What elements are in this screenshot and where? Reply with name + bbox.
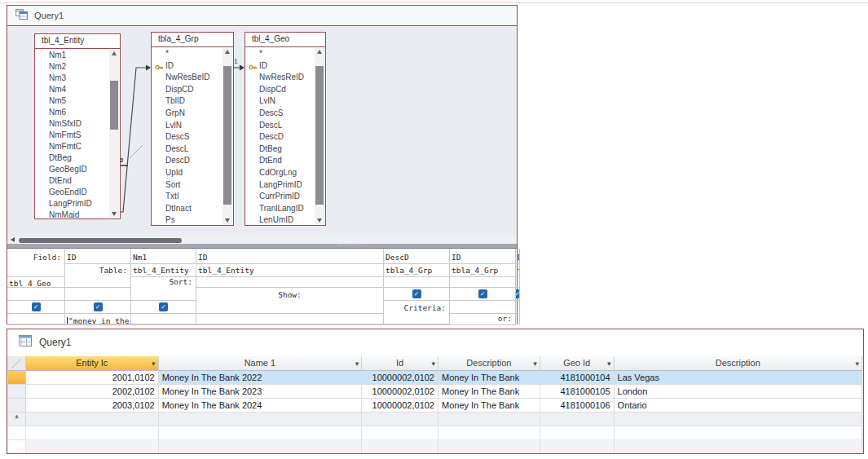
cell[interactable]: Ontario bbox=[615, 399, 862, 413]
field-item[interactable]: Nm2 bbox=[35, 61, 109, 73]
qbe-cell[interactable] bbox=[65, 288, 131, 301]
qbe-cell[interactable] bbox=[131, 324, 196, 325]
qbe-cell-empty[interactable] bbox=[65, 277, 131, 288]
cell[interactable]: Money In The Bank 2024 bbox=[159, 399, 363, 413]
column-header-geo-id[interactable]: Geo Id bbox=[540, 356, 615, 371]
table-title[interactable]: tbl_4_Entity bbox=[35, 34, 120, 49]
record-selector[interactable] bbox=[8, 399, 26, 413]
cell[interactable] bbox=[26, 413, 159, 426]
field-item[interactable]: NmMaid bbox=[35, 210, 109, 218]
field-item[interactable]: DescD bbox=[245, 131, 315, 143]
field-item[interactable]: NwResReID bbox=[245, 72, 315, 84]
qbe-cell-empty[interactable] bbox=[384, 314, 450, 324]
cell[interactable]: 10000002,0102 bbox=[362, 385, 438, 399]
filter-dropdown-icon[interactable] bbox=[533, 356, 537, 371]
cell[interactable]: Money In The Bank bbox=[438, 385, 540, 399]
field-item[interactable]: Nm6 bbox=[35, 107, 109, 118]
scroll-down-icon[interactable] bbox=[109, 210, 119, 218]
cell[interactable]: London bbox=[615, 385, 862, 399]
field-item[interactable]: LenUmID bbox=[245, 214, 315, 225]
field-item[interactable]: DescL bbox=[245, 120, 315, 132]
field-item[interactable]: DispCD bbox=[152, 84, 223, 96]
horizontal-scroll-thumb[interactable] bbox=[19, 238, 182, 243]
show-checkbox[interactable] bbox=[32, 302, 41, 311]
select-all-corner[interactable] bbox=[8, 356, 26, 371]
field-item[interactable]: TxtI bbox=[152, 191, 223, 203]
show-checkbox[interactable] bbox=[94, 302, 103, 311]
field-item[interactable]: GeoEndID bbox=[35, 187, 109, 198]
field-item[interactable]: LvlN bbox=[245, 95, 315, 108]
qbe-cell[interactable] bbox=[131, 314, 196, 324]
field-item[interactable]: DtEnd bbox=[35, 175, 109, 187]
scroll-thumb[interactable] bbox=[315, 66, 324, 205]
field-item[interactable]: ID bbox=[152, 60, 223, 73]
field-item[interactable]: NmSfxID bbox=[35, 118, 109, 130]
cell[interactable]: Money In The Bank bbox=[438, 399, 540, 413]
field-item[interactable]: NmFmtC bbox=[35, 141, 109, 152]
field-item[interactable]: DispCd bbox=[245, 84, 315, 96]
field-item[interactable]: Nm5 bbox=[35, 95, 109, 107]
design-window-titlebar[interactable]: Query1 bbox=[7, 6, 517, 26]
qbe-cell[interactable]: tbla_4_Grp bbox=[450, 264, 516, 277]
scroll-thumb[interactable] bbox=[223, 66, 231, 205]
field-item[interactable]: Nm1 bbox=[35, 50, 109, 61]
cell[interactable]: 2001,0102 bbox=[26, 371, 159, 385]
qbe-cell[interactable] bbox=[131, 301, 196, 314]
field-item[interactable]: TranlLangID bbox=[245, 203, 315, 215]
qbe-cell[interactable]: DescD bbox=[516, 249, 520, 264]
filter-dropdown-icon[interactable] bbox=[431, 356, 435, 371]
qbe-cell[interactable] bbox=[196, 277, 384, 288]
field-item[interactable]: DescS bbox=[152, 131, 223, 143]
column-header-name-1[interactable]: Name 1 bbox=[159, 356, 363, 371]
field-item[interactable]: GrpN bbox=[152, 108, 223, 120]
field-item[interactable]: Nm3 bbox=[35, 73, 109, 84]
qbe-cell[interactable] bbox=[7, 314, 65, 324]
record-selector[interactable] bbox=[8, 385, 26, 399]
qbe-cell[interactable]: tbl_4_Geo bbox=[516, 264, 520, 277]
qbe-cell[interactable]: ID bbox=[65, 249, 131, 264]
qbe-cell[interactable] bbox=[7, 301, 65, 314]
qbe-cell[interactable]: tbl_4_Geo bbox=[7, 277, 65, 288]
table-title[interactable]: tbl_4_Geo bbox=[245, 33, 325, 47]
column-header-description[interactable]: Description bbox=[438, 356, 540, 371]
filter-dropdown-icon[interactable] bbox=[855, 356, 859, 371]
field-item[interactable]: Sort bbox=[152, 179, 223, 192]
cell[interactable] bbox=[362, 413, 438, 426]
field-item[interactable]: * bbox=[152, 48, 223, 60]
new-record-selector[interactable]: * bbox=[8, 413, 26, 426]
cell[interactable]: Money In The Bank 2022 bbox=[159, 371, 363, 385]
field-item[interactable]: DtEnd bbox=[245, 155, 315, 167]
field-item[interactable]: * bbox=[245, 48, 315, 60]
qbe-cell[interactable] bbox=[384, 324, 450, 325]
field-item[interactable]: LangPrimID bbox=[35, 198, 109, 210]
scroll-down-icon[interactable] bbox=[223, 216, 232, 224]
qbe-cell[interactable] bbox=[450, 301, 516, 314]
field-item[interactable]: UpId bbox=[152, 167, 223, 179]
record-selector[interactable] bbox=[8, 426, 26, 440]
field-item[interactable]: GeoBegID bbox=[35, 164, 109, 175]
field-item[interactable]: Nm4 bbox=[35, 84, 109, 95]
field-item[interactable]: DescD bbox=[152, 155, 223, 167]
qbe-cell[interactable]: DescD bbox=[384, 249, 450, 264]
cell[interactable]: 2002,0102 bbox=[26, 385, 159, 399]
qbe-cell[interactable]: tbl_4_Entity bbox=[131, 264, 196, 277]
record-selector[interactable] bbox=[8, 440, 26, 452]
qbe-cell[interactable] bbox=[516, 301, 520, 314]
cell[interactable]: Money In The Bank bbox=[438, 371, 540, 385]
cell[interactable]: 10000002,0102 bbox=[362, 399, 438, 413]
field-item[interactable]: NmFmtS bbox=[35, 130, 109, 141]
filter-dropdown-icon[interactable] bbox=[355, 356, 359, 371]
scroll-thumb[interactable] bbox=[110, 81, 118, 130]
cell[interactable] bbox=[159, 413, 363, 426]
cell[interactable]: 10000002,0102 bbox=[362, 371, 438, 385]
column-header-description[interactable]: Description bbox=[615, 356, 862, 371]
field-item[interactable]: ID bbox=[245, 60, 315, 73]
qbe-cell[interactable] bbox=[450, 277, 516, 288]
qbe-cell[interactable] bbox=[384, 277, 450, 288]
cell[interactable] bbox=[540, 413, 615, 426]
field-item[interactable]: DescL bbox=[152, 143, 223, 156]
qbe-cell[interactable] bbox=[516, 277, 520, 288]
datasheet-titlebar[interactable]: Query1 bbox=[7, 329, 863, 355]
qbe-cell[interactable] bbox=[196, 324, 384, 325]
field-item[interactable]: CurrPrimID bbox=[245, 191, 315, 203]
